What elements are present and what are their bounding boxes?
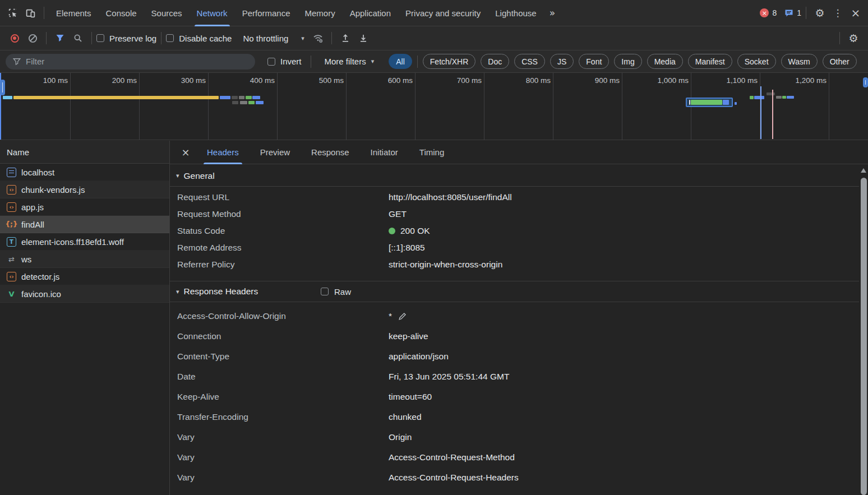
tab-application[interactable]: Application: [343, 0, 398, 26]
scroll-up-arrow[interactable]: [861, 168, 866, 173]
scrollbar-thumb[interactable]: [861, 178, 867, 495]
vue-icon: V: [7, 289, 16, 299]
details-tab-response[interactable]: Response: [304, 141, 356, 164]
tab-privacy-and-security[interactable]: Privacy and security: [398, 0, 488, 26]
bar-segment: [723, 100, 729, 105]
websocket-icon: ⇄: [7, 255, 16, 264]
tab-memory[interactable]: Memory: [298, 0, 343, 26]
import-har-icon[interactable]: [336, 30, 354, 47]
request-row-localhost[interactable]: localhost: [0, 164, 169, 181]
waterfall-bar: [246, 96, 252, 99]
request-row-ws[interactable]: ⇄ws: [0, 251, 169, 268]
overview-left-handle[interactable]: [0, 80, 5, 95]
more-filters-select[interactable]: More filters ▾: [320, 57, 379, 66]
checkbox[interactable]: [166, 34, 174, 42]
network-settings-gear-icon[interactable]: ⚙: [844, 30, 862, 47]
request-row-detector-js[interactable]: ‹›detector.js: [0, 268, 169, 285]
response-headers-section-header[interactable]: ▾ Response Headers Raw: [170, 281, 859, 302]
inspect-element-icon[interactable]: [3, 4, 21, 21]
waterfall-bar: [256, 101, 264, 104]
name-column-header[interactable]: Name: [0, 141, 169, 164]
export-har-icon[interactable]: [354, 30, 372, 47]
chip-fetch-xhr[interactable]: Fetch/XHR: [423, 54, 475, 69]
details-scrollbar[interactable]: [859, 164, 868, 495]
more-tabs-icon[interactable]: »: [544, 8, 561, 18]
details-tab-timing[interactable]: Timing: [413, 141, 451, 164]
general-section-header[interactable]: ▾ General: [170, 165, 859, 187]
header-row-referrer-policy: Referrer Policystrict-origin-when-cross-…: [170, 256, 859, 273]
request-name: element-icons.ff18efd1.woff: [21, 237, 124, 247]
invert-checkbox[interactable]: Invert: [267, 57, 302, 66]
search-icon[interactable]: [69, 30, 87, 47]
details-tab-preview[interactable]: Preview: [253, 141, 297, 164]
overview-tick-label: 200 ms: [81, 76, 137, 85]
device-toolbar-icon[interactable]: [21, 4, 39, 21]
chip-js[interactable]: JS: [550, 54, 574, 69]
issue-count: 1: [797, 8, 801, 17]
chip-socket[interactable]: Socket: [737, 54, 776, 69]
throttling-select[interactable]: No throttling ▾: [238, 34, 308, 43]
details-tab-initiator[interactable]: Initiator: [364, 141, 405, 164]
preserve-log-label: Preserve log: [109, 34, 156, 43]
settings-gear-icon[interactable]: ⚙: [811, 4, 829, 21]
font-icon: T: [7, 237, 16, 247]
overview-right-handle[interactable]: [863, 77, 868, 87]
overview-tick-label: 500 ms: [288, 76, 344, 85]
chip-media[interactable]: Media: [647, 54, 683, 69]
issues-badge[interactable]: 1: [784, 8, 801, 17]
request-row-findall[interactable]: {;}findAll: [0, 216, 169, 233]
overview-gridline: [139, 73, 140, 140]
checkbox[interactable]: [267, 58, 275, 66]
network-conditions-icon[interactable]: [309, 30, 327, 47]
header-value: Origin: [389, 432, 412, 442]
header-name: Remote Address: [177, 243, 389, 253]
divider: [839, 32, 840, 44]
chip-all[interactable]: All: [389, 54, 412, 69]
preserve-log-checkbox[interactable]: Preserve log: [96, 34, 156, 43]
tab-elements[interactable]: Elements: [49, 0, 99, 26]
tab-performance[interactable]: Performance: [235, 0, 298, 26]
chip-font[interactable]: Font: [579, 54, 609, 69]
disable-cache-checkbox[interactable]: Disable cache: [166, 34, 232, 43]
chip-other[interactable]: Other: [823, 54, 857, 69]
divider: [44, 7, 44, 19]
overview-gridline: [622, 73, 622, 140]
script-icon: ‹›: [7, 185, 16, 195]
request-row-app-js[interactable]: ‹›app.js: [0, 198, 169, 216]
waterfall-bar: [750, 96, 754, 99]
chip-manifest[interactable]: Manifest: [688, 54, 732, 69]
filter-input[interactable]: [6, 54, 255, 70]
header-name: Access-Control-Allow-Origin: [177, 311, 389, 321]
checkbox[interactable]: [96, 34, 104, 42]
tab-network[interactable]: Network: [190, 0, 235, 26]
request-name: detector.js: [21, 272, 59, 281]
chip-wasm[interactable]: Wasm: [781, 54, 818, 69]
clear-network-log-icon[interactable]: [24, 30, 41, 47]
tab-console[interactable]: Console: [99, 0, 144, 26]
details-tabbar: × HeadersPreviewResponseInitiatorTiming: [170, 141, 868, 164]
network-overview[interactable]: 100 ms200 ms300 ms400 ms500 ms600 ms700 …: [0, 73, 868, 140]
record-network-log-icon[interactable]: [6, 30, 24, 47]
checkbox[interactable]: [321, 288, 329, 295]
overview-tick-label: 1,000 ms: [632, 76, 689, 85]
chip-css[interactable]: CSS: [514, 54, 545, 69]
more-filters-label: More filters: [325, 57, 366, 66]
details-tab-headers[interactable]: Headers: [200, 141, 246, 164]
chip-img[interactable]: Img: [614, 54, 641, 69]
error-badge[interactable]: × 8: [760, 8, 777, 17]
bar-segment: [689, 100, 690, 105]
filter-toggle-icon[interactable]: [51, 30, 69, 47]
customize-menu-icon[interactable]: ⋮: [829, 4, 847, 21]
request-row-favicon-ico[interactable]: Vfavicon.ico: [0, 285, 169, 303]
header-value-text: timeout=60: [389, 392, 432, 402]
request-row-chunk-vendors-js[interactable]: ‹›chunk-vendors.js: [0, 181, 169, 198]
tab-sources[interactable]: Sources: [144, 0, 190, 26]
close-details-icon[interactable]: ×: [177, 144, 195, 161]
close-devtools-icon[interactable]: ×: [847, 4, 865, 21]
tab-lighthouse[interactable]: Lighthouse: [488, 0, 543, 26]
details-tabs: HeadersPreviewResponseInitiatorTiming: [200, 141, 459, 164]
chip-doc[interactable]: Doc: [481, 54, 509, 69]
edit-header-icon[interactable]: [398, 312, 407, 321]
raw-toggle[interactable]: Raw: [321, 287, 351, 297]
request-row-element-icons-ff18efd1-woff[interactable]: Telement-icons.ff18efd1.woff: [0, 233, 169, 251]
